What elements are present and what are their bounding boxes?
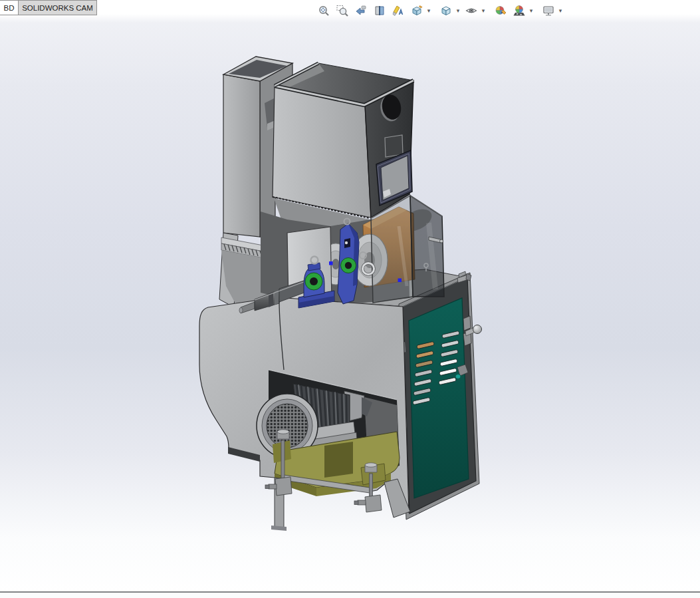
zoom-to-fit-button[interactable] — [315, 2, 332, 19]
apply-scene-dropdown[interactable]: ▾ — [528, 2, 534, 19]
view-settings-dropdown[interactable]: ▾ — [557, 2, 564, 19]
shaded-cube-icon — [439, 4, 453, 17]
heads-up-view-toolbar: ▾ ▾ ▾ — [314, 2, 564, 19]
view-cube-icon — [410, 4, 423, 17]
view-orientation-dropdown[interactable]: ▾ — [425, 2, 432, 19]
zoom-to-area-button[interactable] — [334, 2, 351, 19]
viewport-3d-model[interactable] — [0, 0, 700, 598]
display-style-dropdown[interactable]: ▾ — [455, 2, 461, 19]
color-ball-scene-icon — [513, 4, 526, 17]
color-ball-pencil-icon — [494, 4, 507, 17]
hide-show-items-dropdown[interactable]: ▾ — [480, 2, 487, 19]
magnifier-fit-icon — [317, 4, 330, 17]
view-settings-button[interactable] — [540, 2, 557, 19]
dynamic-annotation-views-button[interactable] — [390, 2, 407, 19]
sectioned-solid-icon — [373, 4, 386, 17]
apply-scene-button[interactable] — [511, 2, 528, 19]
model-vent-door[interactable] — [399, 273, 479, 520]
selection-point[interactable] — [329, 261, 333, 265]
magnifier-area-icon — [336, 4, 349, 17]
view-orientation-button[interactable] — [408, 2, 425, 19]
monitor-icon — [542, 4, 555, 17]
model-clear-guard[interactable] — [371, 196, 444, 303]
status-strip — [0, 593, 700, 598]
display-style-button[interactable] — [437, 2, 455, 19]
command-manager-tabs: BD SOLIDWORKS CAM — [0, 0, 97, 15]
selection-point[interactable] — [398, 279, 402, 283]
tab-solidworks-cam[interactable]: SOLIDWORKS CAM — [18, 0, 97, 15]
back-arrow-view-icon — [354, 4, 368, 17]
section-view-button[interactable] — [371, 2, 388, 19]
tab-mbd[interactable]: BD — [0, 0, 19, 15]
hopper-name-plate — [385, 135, 403, 157]
annotation-flashlight-icon — [392, 4, 405, 17]
previous-view-button[interactable] — [352, 2, 370, 19]
solidworks-graphics-area: BD SOLIDWORKS CAM — [0, 0, 700, 598]
edit-appearance-button[interactable] — [492, 2, 509, 19]
eye-icon — [465, 4, 478, 17]
hide-show-items-button[interactable] — [463, 2, 480, 19]
